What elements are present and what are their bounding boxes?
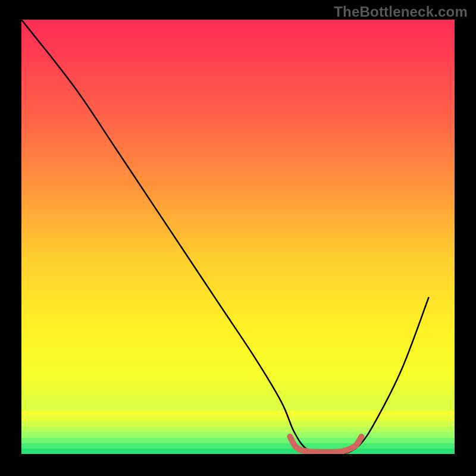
svg-rect-3	[21, 421, 455, 427]
svg-rect-1	[21, 411, 455, 416]
svg-rect-4	[21, 427, 455, 433]
frame-left	[0, 0, 21, 476]
svg-rect-6	[21, 438, 455, 444]
bottom-color-bands	[21, 411, 455, 455]
frame-bottom	[0, 454, 476, 476]
svg-rect-2	[21, 416, 455, 422]
bottleneck-chart	[0, 0, 476, 476]
gradient-background	[21, 20, 455, 454]
plot-area	[21, 20, 455, 455]
frame-right	[455, 0, 476, 476]
chart-container: TheBottleneck.com	[0, 0, 476, 476]
watermark-text: TheBottleneck.com	[334, 4, 468, 20]
svg-rect-7	[21, 443, 455, 449]
svg-rect-5	[21, 433, 455, 439]
svg-rect-8	[21, 449, 455, 455]
